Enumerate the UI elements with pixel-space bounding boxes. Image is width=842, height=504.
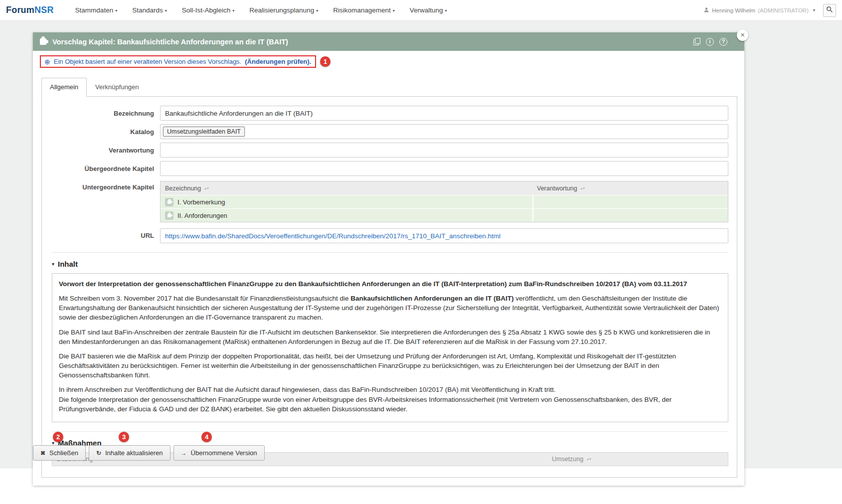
panel-header: Vorschlag Kapitel: Bankaufsichtliche Anf… [33, 32, 744, 51]
puzzle-icon [165, 198, 173, 206]
inhalt-text-bold: Bankaufsichtlichen Anforderungen an die … [350, 295, 513, 302]
puzzle-icon [40, 38, 46, 45]
alert-annotation-box: ⊕ Ein Objekt basiert auf einer veraltete… [40, 55, 316, 68]
schliessen-button[interactable]: ✖ Schließen [33, 445, 86, 461]
table-header-row: Bezeichnung▴▾ Verantwortung▴▾ [161, 181, 728, 195]
inhalt-paragraph: Die BAIT basieren wie die MaRisk auf dem… [59, 351, 721, 380]
url-input[interactable]: https://www.bafin.de/SharedDocs/Veroeffe… [160, 228, 728, 243]
url-link[interactable]: https://www.bafin.de/SharedDocs/Veroeffe… [165, 232, 501, 240]
form-row-url: URL https://www.bafin.de/SharedDocs/Vero… [42, 228, 737, 243]
column-header-umsetzung[interactable]: Umsetzung▴▾ [547, 453, 728, 466]
menu-verwaltung[interactable]: Verwaltung▾ [402, 1, 455, 19]
vorschlag-kapitel-panel: Vorschlag Kapitel: Bankaufsichtliche Anf… [33, 32, 744, 486]
table-row-vorbemerkung[interactable]: I. Vorbemerkung [161, 195, 728, 208]
column-label: Verantwortung [537, 185, 577, 192]
user-menu[interactable]: Henning Wilhelm (ADMINISTRATOR) ▾ [703, 7, 823, 14]
puzzle-shape [168, 214, 171, 217]
badge-number: 3 [119, 432, 129, 442]
button-label: Schließen [49, 449, 78, 457]
arrow-right-icon: → [181, 450, 187, 457]
table-row-anforderungen[interactable]: II. Anforderungen [161, 208, 728, 222]
inhalt-content[interactable]: Vorwort der Interpretation der genossens… [52, 273, 728, 422]
inhalt-paragraph: In ihrem Anschreiben zur Veröffentlichun… [59, 385, 721, 413]
column-label: Bezeichnung [165, 185, 201, 192]
tab-bar: Allgemein Verknüpfungen [33, 78, 744, 96]
form-row-uebergeordnete-kapitel: Übergeordnete Kapitel [42, 161, 737, 176]
tab-allgemein[interactable]: Allgemein [41, 78, 87, 97]
menu-standards[interactable]: Standards▾ [125, 1, 174, 19]
katalog-input[interactable]: Umsetzungsleitfaden BAIT [160, 124, 728, 139]
chevron-down-icon: ▾ [232, 8, 234, 13]
katalog-chip[interactable]: Umsetzungsleitfaden BAIT [163, 127, 245, 137]
info-glyph: i [706, 38, 714, 46]
close-icon[interactable]: ✕ [737, 29, 748, 41]
section-divider [52, 252, 728, 253]
section-inhalt-title: Inhalt [58, 260, 78, 268]
menu-risikomanagement[interactable]: Risikomanagement▾ [326, 1, 402, 19]
panel-header-actions: i ? [693, 38, 727, 46]
collapse-icon: ▾ [52, 261, 54, 267]
inhalt-heading: Vorwort der Interpretation der genossens… [59, 279, 721, 289]
info-icon[interactable]: i [706, 38, 714, 46]
untergeordnete-kapitel-table: Bezeichnung▴▾ Verantwortung▴▾ I. Vorbeme… [160, 181, 728, 222]
user-name: Henning Wilhelm [712, 7, 755, 13]
menu-label: Soll-Ist-Abgleich [182, 6, 231, 14]
verantwortung-label: Verantwortung [42, 143, 160, 158]
user-icon [703, 7, 709, 14]
uebergeordnete-kapitel-input[interactable] [160, 161, 728, 176]
menu-stammdaten[interactable]: Stammdaten▾ [68, 1, 125, 19]
column-label: Umsetzung [552, 456, 583, 463]
alert-action-link[interactable]: (Änderungen prüfen). [245, 58, 311, 65]
app-logo[interactable]: ForumNSR [6, 5, 54, 15]
chevron-down-icon: ▾ [393, 8, 395, 13]
row-verantwortung-cell [532, 195, 728, 208]
tab-label: Allgemein [50, 83, 78, 91]
menu-soll-ist-abgleich[interactable]: Soll-Ist-Abgleich▾ [174, 1, 242, 19]
inhalt-text: Mit Schreiben vom 3. November 2017 hat d… [59, 295, 350, 302]
row-verantwortung-cell [532, 209, 728, 222]
search-button[interactable] [823, 4, 836, 17]
chevron-down-icon: ▾ [445, 8, 447, 13]
alert-text: Ein Objekt basiert auf einer veralteten … [54, 58, 242, 65]
uebergeordnete-kapitel-label: Übergeordnete Kapitel [42, 161, 160, 176]
form-row-bezeichnung: Bezeichnung [42, 106, 737, 121]
tab-verknuepfungen[interactable]: Verknüpfungen [87, 78, 147, 96]
untergeordnete-kapitel-label: Untergeordnete Kapitel [42, 179, 160, 222]
inhalte-aktualisieren-button[interactable]: ↻ Inhalte aktualisieren [89, 445, 170, 461]
copy-icon[interactable] [693, 38, 700, 45]
column-header-bezeichnung[interactable]: Bezeichnung▴▾ [161, 181, 532, 195]
refresh-icon: ↻ [96, 450, 101, 457]
button-label: Inhalte aktualisieren [105, 449, 163, 457]
menu-label: Verwaltung [410, 6, 443, 14]
annotation-badge-4: 4 [201, 432, 212, 442]
sort-icon: ▴▾ [204, 186, 209, 190]
tab-label: Verknüpfungen [95, 83, 139, 91]
uebernommene-version-button[interactable]: → Übernommene Version [173, 445, 265, 461]
menu-label: Stammdaten [75, 6, 114, 14]
help-icon[interactable]: ? [719, 38, 727, 46]
alert-row: ⊕ Ein Objekt basiert auf einer veraltete… [33, 51, 744, 71]
button-label: Übernommene Version [191, 449, 257, 457]
top-navigation: ForumNSR Stammdaten▾ Standards▾ Soll-Ist… [0, 0, 842, 21]
close-x-icon: ✖ [40, 450, 45, 457]
row-title: II. Anforderungen [177, 212, 227, 219]
annotation-badge-3: 3 [119, 432, 129, 442]
sort-icon: ▴▾ [587, 457, 592, 461]
badge-number: 2 [53, 432, 63, 442]
chevron-down-icon: ▾ [316, 8, 318, 13]
menu-realisierungsplanung[interactable]: Realisierungsplanung▾ [242, 1, 326, 19]
annotation-badge-1: 1 [320, 56, 331, 67]
footer-buttons: ✖ Schließen ↻ Inhalte aktualisieren → Üb… [33, 445, 265, 461]
copy-icon-shape [693, 38, 700, 45]
sort-icon: ▴▾ [581, 186, 586, 190]
verantwortung-input[interactable] [160, 143, 728, 158]
section-inhalt-toggle[interactable]: ▾ Inhalt [52, 260, 737, 268]
katalog-label: Katalog [42, 124, 160, 139]
inhalt-paragraph: Mit Schreiben vom 3. November 2017 hat d… [59, 294, 721, 322]
bezeichnung-label: Bezeichnung [42, 106, 160, 121]
logo-nsr: NSR [34, 5, 54, 15]
search-icon [826, 6, 833, 14]
column-header-verantwortung[interactable]: Verantwortung▴▾ [532, 181, 728, 195]
annotation-badge-2: 2 [53, 432, 63, 442]
bezeichnung-input[interactable] [160, 106, 728, 121]
